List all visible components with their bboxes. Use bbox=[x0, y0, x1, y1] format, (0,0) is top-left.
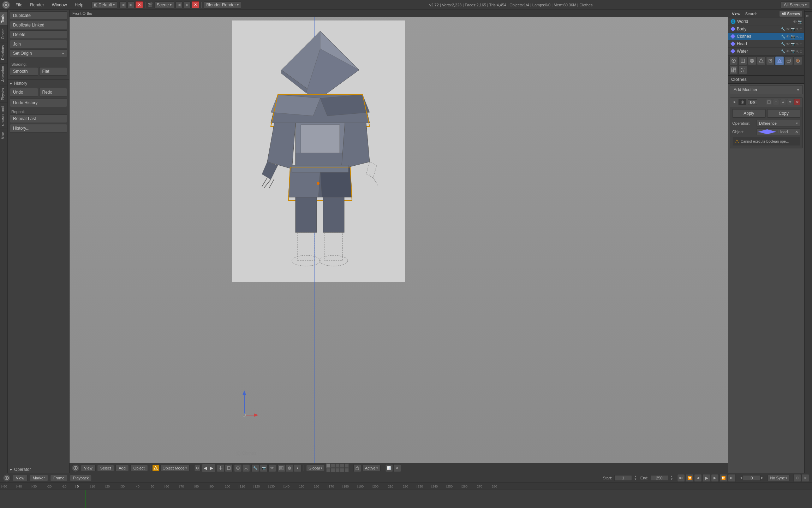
add-modifier-button[interactable]: Add Modifier ▾ bbox=[730, 85, 803, 94]
pivot-next[interactable]: ▶ bbox=[209, 464, 215, 472]
vp-add-btn[interactable]: Add bbox=[115, 465, 129, 471]
layout-nav-right[interactable]: ▶ bbox=[127, 1, 135, 8]
menu-help[interactable]: Help bbox=[71, 2, 87, 8]
prop-obj-icon-btn[interactable] bbox=[757, 57, 765, 65]
left-tab-create[interactable]: Create bbox=[0, 25, 7, 42]
right-tab-1[interactable]: ⬆ bbox=[805, 11, 812, 20]
outliner-item-head[interactable]: Head 🔧 👁 📷 ↖ □ bbox=[728, 40, 804, 48]
water-select-icon[interactable]: ↖ bbox=[796, 49, 799, 53]
menu-window[interactable]: Window bbox=[48, 2, 71, 8]
smooth-button[interactable]: Smooth bbox=[10, 67, 38, 76]
layer-9[interactable] bbox=[340, 468, 344, 472]
head-select-icon[interactable]: ↖ bbox=[796, 42, 799, 46]
current-stepper-left[interactable]: ◀ bbox=[740, 477, 742, 479]
prop-constraints-icon-btn[interactable] bbox=[766, 57, 775, 65]
scene-selector[interactable]: Scene ▾ bbox=[154, 1, 174, 8]
vp-view-btn[interactable]: View bbox=[81, 465, 96, 471]
body-close-icon[interactable]: □ bbox=[800, 27, 802, 31]
viewport-type-icon[interactable] bbox=[72, 464, 79, 472]
apply-button[interactable]: Apply bbox=[732, 109, 766, 118]
object-clear-button[interactable]: ✕ bbox=[793, 129, 800, 135]
prop-edit-btn[interactable] bbox=[234, 464, 242, 472]
layout-nav[interactable]: ◀ ▶ ✕ bbox=[119, 1, 143, 8]
all-scenes-btn[interactable]: All Scenes ▾ bbox=[781, 1, 810, 8]
play-next-frame[interactable]: ▶ bbox=[711, 474, 719, 482]
scene-nav-right[interactable]: ▶ bbox=[184, 1, 191, 8]
play-prev[interactable]: ⏪ bbox=[686, 474, 693, 482]
end-down[interactable]: ▼ bbox=[670, 478, 673, 481]
vp-select-btn[interactable]: Select bbox=[97, 465, 114, 471]
tool-icon-3[interactable]: 👁 bbox=[268, 464, 276, 472]
layer-2[interactable] bbox=[331, 463, 335, 468]
undo-history-button[interactable]: Undo History bbox=[10, 99, 67, 107]
redo-button[interactable]: Redo bbox=[39, 88, 67, 96]
history-dots-button[interactable]: History... bbox=[10, 124, 67, 132]
end-field[interactable] bbox=[651, 475, 668, 481]
clothes-close-icon[interactable]: □ bbox=[800, 35, 802, 39]
lock-icon-btn[interactable] bbox=[353, 464, 361, 472]
repeat-last-button[interactable]: Repeat Last bbox=[10, 114, 67, 123]
water-vis-icon[interactable]: 👁 bbox=[786, 49, 790, 53]
snap-btn[interactable] bbox=[217, 464, 225, 472]
outliner-item-world[interactable]: 🌐 World 👁 📷 bbox=[728, 18, 804, 25]
app-icon[interactable] bbox=[2, 1, 10, 9]
outliner-view-tab[interactable]: View bbox=[730, 11, 742, 17]
current-frame-field[interactable] bbox=[743, 475, 760, 481]
layer-1[interactable] bbox=[326, 463, 330, 468]
object-field[interactable]: Head ✕ bbox=[757, 128, 800, 135]
vp-object-btn[interactable]: Object bbox=[130, 465, 148, 471]
body-vis-icon[interactable]: 👁 bbox=[786, 27, 790, 31]
body-select-icon[interactable]: ↖ bbox=[796, 27, 799, 31]
play-btn[interactable]: ▶ bbox=[703, 474, 710, 482]
prop-falloff-btn[interactable] bbox=[242, 464, 250, 472]
pivot-prev[interactable]: ◀ bbox=[202, 464, 209, 472]
prop-material-icon-btn[interactable] bbox=[794, 57, 802, 65]
prop-render-icon-btn[interactable] bbox=[729, 57, 738, 65]
head-close-icon[interactable]: □ bbox=[800, 42, 802, 46]
engine-selector[interactable]: Blender Render ▾ bbox=[204, 1, 241, 8]
clothes-render-icon[interactable]: 📷 bbox=[791, 35, 795, 39]
scene-nav-left[interactable]: ◀ bbox=[175, 1, 183, 8]
tool-icon-1[interactable]: 🔧 bbox=[251, 464, 259, 472]
layer-4[interactable] bbox=[340, 463, 344, 468]
clothes-icon-1[interactable]: 🔧 bbox=[781, 35, 785, 39]
left-tab-tools[interactable]: Tools bbox=[0, 11, 7, 25]
transform-space-selector[interactable]: Global ▾ bbox=[306, 465, 325, 471]
layer-6[interactable] bbox=[326, 468, 330, 472]
history-section-header[interactable]: ▼ History — bbox=[8, 79, 69, 87]
world-vis-icon[interactable]: 👁 bbox=[793, 20, 797, 24]
operator-collapse[interactable]: — bbox=[64, 468, 68, 472]
left-tab-relations[interactable]: Relations bbox=[0, 42, 7, 63]
disp-icon-2[interactable] bbox=[286, 464, 293, 472]
current-stepper-right[interactable]: ▶ bbox=[761, 477, 763, 479]
play-next[interactable]: ⏩ bbox=[720, 474, 727, 482]
mode-selector[interactable]: Object Mode ▾ bbox=[160, 465, 190, 471]
modifier-expand-icon[interactable] bbox=[732, 100, 737, 105]
tl-frame-btn[interactable]: Frame bbox=[50, 475, 68, 481]
prop-particles-icon-btn[interactable] bbox=[739, 66, 747, 74]
tl-view-btn[interactable]: View bbox=[13, 475, 28, 481]
sync-icon-1[interactable] bbox=[793, 474, 801, 482]
left-tab-misc[interactable]: Misc bbox=[0, 129, 7, 142]
play-jump-end[interactable]: ⏭ bbox=[728, 474, 736, 482]
viewport[interactable]: Front Ortho bbox=[70, 10, 728, 463]
clothes-select-icon[interactable]: ↖ bbox=[796, 35, 799, 39]
pivot-icon-btn[interactable] bbox=[194, 465, 201, 471]
prop-scene-icon-btn[interactable] bbox=[739, 57, 747, 65]
body-icon-1[interactable]: 🔧 bbox=[781, 27, 785, 31]
end-stepper[interactable]: ▲ ▼ bbox=[670, 475, 673, 481]
layer-3[interactable] bbox=[335, 463, 340, 468]
extra-icon-2[interactable]: 🖥 bbox=[393, 464, 401, 472]
world-render-icon[interactable]: 📷 bbox=[798, 20, 802, 24]
modifier-down-icon[interactable] bbox=[787, 99, 793, 105]
outliner-item-clothes[interactable]: Clothes 🔧 👁 📷 ↖ □ bbox=[728, 33, 804, 40]
clothes-vis-icon[interactable]: 👁 bbox=[786, 35, 790, 39]
operator-section-header[interactable]: ▼ Operator — bbox=[8, 466, 69, 473]
play-jump-start[interactable]: ⏮ bbox=[677, 474, 685, 482]
menu-render[interactable]: Render bbox=[26, 2, 47, 8]
outliner-all-scenes-tab[interactable]: All Scenes bbox=[780, 11, 802, 17]
flat-button[interactable]: Flat bbox=[39, 67, 67, 76]
sync-selector[interactable]: No Sync ▾ bbox=[768, 475, 790, 481]
pivot-selector[interactable]: ◀ ▶ bbox=[202, 464, 215, 472]
menu-file[interactable]: File bbox=[12, 2, 26, 8]
